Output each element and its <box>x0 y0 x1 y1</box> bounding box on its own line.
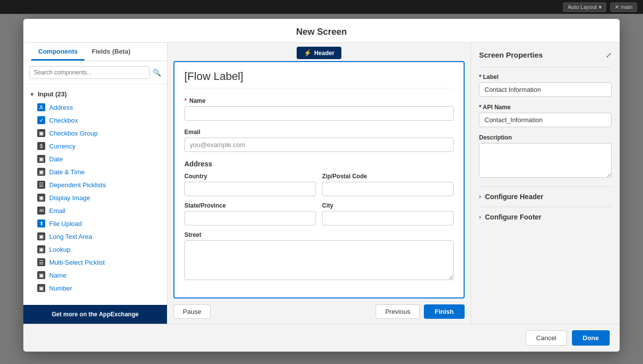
list-item[interactable]: ▣ Checkbox Group <box>23 127 167 140</box>
list-item[interactable]: ⬆ File Upload <box>23 217 167 230</box>
search-input[interactable] <box>29 66 150 79</box>
api-name-label: * API Name <box>479 104 612 111</box>
footer-buttons: Pause Previous Finish <box>167 298 471 324</box>
name-label: * Name <box>184 97 454 104</box>
configure-footer-label: Configure Footer <box>485 213 542 221</box>
right-panel-header: Screen Properties ⤢ <box>479 51 612 59</box>
country-input[interactable] <box>184 182 316 196</box>
component-list: ▼ Input (23) A Address ✓ Checkbox ▣ Chec… <box>23 84 167 305</box>
pause-button[interactable]: Pause <box>173 304 211 319</box>
zip-label: Zip/Postal Code <box>322 173 454 180</box>
component-label: Lookup <box>49 246 71 253</box>
checkbox-group-icon: ▣ <box>37 129 45 137</box>
state-city-row: State/Province City <box>184 202 454 225</box>
list-item[interactable]: ▣ Date <box>23 152 167 165</box>
api-name-input[interactable] <box>479 113 612 127</box>
list-item[interactable]: ▣ Name <box>23 269 167 282</box>
list-item[interactable]: ✓ Checkbox <box>23 114 167 127</box>
auto-layout-button[interactable]: Auto Layout ▾ <box>563 2 606 12</box>
component-label: Long Text Area <box>49 233 92 240</box>
description-textarea[interactable] <box>479 143 612 178</box>
component-label: Date & Time <box>49 168 85 176</box>
zip-input[interactable] <box>322 182 454 196</box>
address-section: Address Country Zip/Postal Code <box>184 160 454 282</box>
list-item[interactable]: ▣ Display Image <box>23 191 167 204</box>
currency-icon: $ <box>37 142 45 150</box>
modal-footer: Cancel Done <box>23 324 620 352</box>
country-label: Country <box>184 173 316 180</box>
list-item[interactable]: ▣ Long Text Area <box>23 230 167 243</box>
component-label: Date <box>49 155 63 163</box>
search-button[interactable]: 🔍 <box>153 69 161 76</box>
modal-title: New Screen <box>296 27 347 37</box>
configure-header-label: Configure Header <box>485 193 543 201</box>
modal-header: New Screen <box>23 19 620 43</box>
list-item[interactable]: $ Currency <box>23 140 167 152</box>
label-field-label: * Label <box>479 73 612 80</box>
state-label: State/Province <box>184 202 316 209</box>
list-item[interactable]: ☰ Multi-Select Picklist <box>23 256 167 269</box>
number-icon: ▣ <box>37 284 45 292</box>
appexchange-bar[interactable]: Get more on the AppExchange <box>23 305 167 324</box>
chevron-right-icon: › <box>479 214 481 220</box>
right-panel: Screen Properties ⤢ * Label * API Name D… <box>471 43 620 324</box>
screen-content: [Flow Label] * Name Email Address <box>173 61 465 298</box>
configure-footer-toggle[interactable]: › Configure Footer <box>479 213 612 221</box>
date-icon: ▣ <box>37 155 45 163</box>
flow-label: [Flow Label] <box>184 70 454 88</box>
description-label: Description <box>479 134 612 141</box>
label-field-group: * Label <box>479 73 612 97</box>
btn-group-right: Previous Finish <box>376 304 465 319</box>
email-input[interactable] <box>184 138 454 152</box>
label-field-input[interactable] <box>479 82 612 97</box>
left-panel: Components Fields (Beta) 🔍 ▼ Input (23) <box>23 43 167 324</box>
close-label: ✕ main <box>615 4 633 10</box>
email-label: Email <box>184 129 454 136</box>
name-input[interactable] <box>184 106 454 121</box>
name-icon: ▣ <box>37 271 45 279</box>
street-input[interactable] <box>184 240 454 280</box>
state-input[interactable] <box>184 211 316 225</box>
expand-icon[interactable]: ⤢ <box>606 51 612 59</box>
header-button[interactable]: ⚡ Header <box>297 47 341 59</box>
list-item[interactable]: ▣ Date & Time <box>23 165 167 178</box>
lookup-icon: ▣ <box>37 245 45 253</box>
tab-components[interactable]: Components <box>31 43 84 61</box>
description-field-group: Description <box>479 134 612 179</box>
chevron-down-icon: ▼ <box>29 91 35 97</box>
city-label: City <box>322 202 454 209</box>
header-button-label: Header <box>314 50 334 57</box>
list-item[interactable]: ✉ Email <box>23 204 167 217</box>
group-header-input[interactable]: ▼ Input (23) <box>23 87 167 101</box>
header-btn-row: ⚡ Header <box>167 43 471 61</box>
name-field-row: * Name <box>184 97 454 121</box>
done-button[interactable]: Done <box>572 330 610 346</box>
dependent-picklists-icon: ☰ <box>37 181 45 189</box>
list-item[interactable]: ▣ Lookup <box>23 243 167 256</box>
close-main-button[interactable]: ✕ main <box>610 2 637 12</box>
previous-button[interactable]: Previous <box>376 304 420 319</box>
configure-header-toggle[interactable]: › Configure Header <box>479 193 612 201</box>
list-item[interactable]: A Address <box>23 101 167 114</box>
long-text-area-icon: ▣ <box>37 232 45 240</box>
configure-header-section: › Configure Header <box>479 186 612 207</box>
finish-button[interactable]: Finish <box>424 304 465 319</box>
list-item[interactable]: ☰ Dependent Picklists <box>23 178 167 191</box>
city-input[interactable] <box>322 211 454 225</box>
datetime-icon: ▣ <box>37 168 45 176</box>
new-screen-modal: New Screen Components Fields (Beta) 🔍 <box>23 19 620 352</box>
list-item[interactable]: ▣ Number <box>23 282 167 294</box>
component-label: Dependent Picklists <box>49 181 106 189</box>
modal-overlay: New Screen Components Fields (Beta) 🔍 <box>0 14 643 364</box>
screen-properties-title: Screen Properties <box>479 51 543 59</box>
tab-fields-beta[interactable]: Fields (Beta) <box>84 43 137 61</box>
configure-footer-section: › Configure Footer <box>479 207 612 227</box>
address-section-label: Address <box>184 160 454 168</box>
component-label: Name <box>49 272 67 279</box>
tabs-row: Components Fields (Beta) <box>23 43 167 61</box>
city-field: City <box>322 202 454 225</box>
country-zip-row: Country Zip/Postal Code <box>184 173 454 196</box>
chevron-down-icon: ▾ <box>599 4 602 10</box>
cancel-button[interactable]: Cancel <box>526 330 566 346</box>
api-name-field-group: * API Name <box>479 104 612 127</box>
